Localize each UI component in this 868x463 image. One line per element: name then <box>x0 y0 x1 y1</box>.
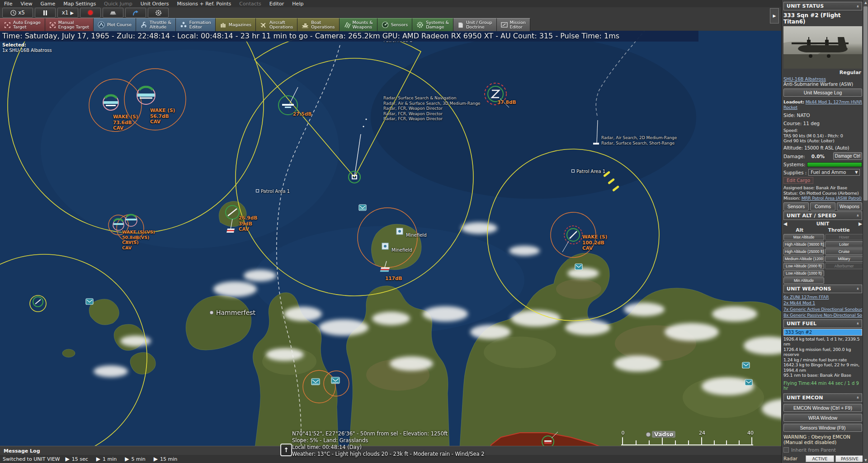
manual-engage-target-button[interactable]: ManualEngage Target <box>45 18 94 31</box>
unit-message-log-button[interactable]: Unit Message Log <box>783 89 862 97</box>
min-altitude-button[interactable]: Min Altitude <box>783 277 824 284</box>
scrollbar-thumb[interactable] <box>863 6 868 201</box>
weapon-link-mk44[interactable]: 2x Mk44 Mod 1 <box>783 300 815 305</box>
throttle-military-button[interactable]: Military <box>825 256 863 262</box>
menu-file[interactable]: File <box>0 1 16 7</box>
gear-icon <box>416 21 424 28</box>
unit-weapons-header[interactable]: UNIT WEAPONS» <box>783 285 862 293</box>
unit-alt-speed-header[interactable]: UNIT ALT / SPEED» <box>783 211 862 220</box>
plot-course-button[interactable]: Plot Course <box>94 18 136 31</box>
patrol-area-label-mid[interactable]: Patrol Area 1 <box>256 189 290 194</box>
supplies-select[interactable]: Fuel and Ammo▼ <box>808 169 860 176</box>
high-altitude-36000-button[interactable]: High Altitude (36000 ft) <box>783 241 824 248</box>
play-speed-button[interactable]: x1▶ <box>57 8 78 18</box>
settings-button[interactable] <box>148 8 169 18</box>
unit-emcon-header[interactable]: UNIT EMCON» <box>783 393 862 402</box>
low-altitude-2000-button[interactable]: Low Altitude (2000 ft) <box>783 263 824 269</box>
advance-1min-button[interactable]: ▶1 min <box>94 456 119 462</box>
advance-15sec-button[interactable]: ▶15 sec <box>63 456 91 462</box>
menu-view[interactable]: View <box>16 1 36 7</box>
auto-engage-target-button[interactable]: Auto EngageTarget <box>0 18 45 31</box>
sidebar-scrollbar[interactable]: ▲ ▼ <box>863 0 868 463</box>
scroll-up-icon[interactable]: ▲ <box>863 0 868 5</box>
wake-contact-label-1: WAKE (S)73.6dBCAV <box>113 114 138 131</box>
recon-window-button[interactable] <box>103 8 123 18</box>
fuel-unit-selector[interactable]: 333 Sqn #2 <box>783 329 862 336</box>
aircraft-icon <box>260 21 267 28</box>
throttle-column-header: Throttle <box>828 227 850 233</box>
menu-bar: File View Game Map Settings Quick Jump U… <box>0 0 781 7</box>
weapon-link-active-sonobuoy[interactable]: 7x Generic Active Directional Sonobuoy <box>783 307 862 312</box>
sensors-button[interactable]: Sensors <box>377 18 413 31</box>
mission-link[interactable]: MRR Patrol Area (ASW Patrol) <box>802 196 862 201</box>
speed-tas: TAS 90 kts (M 0.14) - Pitch: 0 <box>783 133 862 139</box>
medium-altitude-button[interactable]: Medium Altitude (1200 <box>783 256 824 262</box>
scroll-down-icon[interactable]: ▼ <box>863 458 868 463</box>
scope-prev-arrow[interactable]: ◀ <box>783 221 787 226</box>
patrol-area-label-right[interactable]: Patrol Area 1 <box>571 169 605 174</box>
magazines-button[interactable]: Magazines <box>216 18 256 31</box>
mission-editor-button[interactable]: MissionEditor <box>497 18 530 31</box>
scope-next-arrow[interactable]: ▶ <box>859 221 862 226</box>
play-icon: ▶ <box>71 10 74 15</box>
map-orientation-button[interactable]: ↑ <box>280 444 292 456</box>
wra-window-button[interactable]: WRA Window <box>783 414 862 422</box>
expand-icon: ▶ <box>773 14 776 18</box>
unit-fuel-header[interactable]: UNIT FUEL» <box>783 319 862 328</box>
radar-icon <box>382 21 389 28</box>
aircraft-operations-button[interactable]: AircraftOperations <box>256 18 297 31</box>
pause-button[interactable] <box>35 8 56 18</box>
throttle-afterburner-button: Afterburner <box>825 263 863 269</box>
crosshair-manual-icon <box>49 22 56 28</box>
weapon-link-zuni[interactable]: 6x ZUNI 127mm FFAR <box>783 295 829 299</box>
menu-game[interactable]: Game <box>37 1 60 7</box>
unit-status-header[interactable]: UNIT STATUS» <box>783 2 862 10</box>
unit-group-doctrine-button[interactable]: Unit / GroupDoctrine <box>453 18 497 31</box>
radar-emission-list-right: Radar, Air Search, 2D Medium-Range Radar… <box>601 136 677 146</box>
weapons-button-sidebar[interactable]: Weapons <box>837 202 862 210</box>
jump-to-button[interactable] <box>125 8 146 18</box>
advance-5min-button[interactable]: ▶5 min <box>122 456 148 462</box>
mounts-weapons-button[interactable]: Mounts &Weapons <box>340 18 377 31</box>
menu-editor[interactable]: Editor <box>265 1 288 7</box>
tactical-map[interactable]: Patrol Area 1 Patrol Area 1 Patrol Area … <box>0 0 781 463</box>
sidebar-collapse-handle[interactable]: ▶ <box>770 8 779 23</box>
cursor-geo-info: N70°41'52", E27°26'36" - 50nm from sel -… <box>292 430 485 458</box>
menu-unit-orders[interactable]: Unit Orders <box>137 1 173 7</box>
boat-operations-button[interactable]: BoatOperations <box>297 18 339 31</box>
radar-passive-button[interactable]: PASSIVE <box>835 455 864 462</box>
radar-active-button[interactable]: ACTIVE <box>806 455 834 462</box>
selection-value: 1x SHU-16B Albatross <box>2 48 52 53</box>
menu-help[interactable]: Help <box>288 1 307 7</box>
max-altitude-button[interactable]: Max Altitude <box>783 234 824 240</box>
menu-map-settings[interactable]: Map Settings <box>59 1 100 7</box>
advance-15min-button[interactable]: ▶15 min <box>151 456 180 462</box>
unit-class-link[interactable]: SHU-16B Albatross <box>783 77 826 82</box>
minefield-label-1: Minefield <box>406 233 426 238</box>
selection-label: Selected: <box>2 42 52 48</box>
systems-damage-button[interactable]: Systems &Damage <box>412 18 453 31</box>
menu-missions-refpoints[interactable]: Missions + Ref. Points <box>173 1 236 7</box>
low-altitude-1000-button[interactable]: Low Altitude (1000 ft) <box>783 270 824 276</box>
lens-icon <box>109 10 117 15</box>
speed-gnd: Gnd 90 kts (Auto: Loiter) <box>783 138 862 144</box>
record-button[interactable] <box>80 8 101 18</box>
chevron-down-icon: ▼ <box>855 170 858 174</box>
throttle-cruise-button[interactable]: Cruise <box>825 248 863 255</box>
systems-health-bar <box>807 162 862 167</box>
throttle-altitude-button[interactable]: Throttle &Altitude <box>136 18 176 31</box>
high-altitude-25000-button[interactable]: High Altitude (25000 ft) <box>783 248 824 255</box>
damage-ctrl-button[interactable]: Damage Ctrl <box>833 152 862 160</box>
formation-editor-button[interactable]: FormationEditor <box>176 18 216 31</box>
compression-button[interactable]: x5 <box>2 8 33 18</box>
throttle-loiter-button[interactable]: Loiter <box>825 241 863 248</box>
status-text: Switched to UNIT VIEW <box>3 456 60 462</box>
radar-row-label: Radar <box>783 456 804 461</box>
weapon-link-passive-sonobuoy[interactable]: 8x Generic Passive Non-Directional Sonob… <box>783 313 862 318</box>
emcon-window-button[interactable]: EMCON Window (Ctrl + F9) <box>783 404 862 412</box>
time-status-bar: Time: Saturday, July 17, 1965 - Zulu: 22… <box>0 30 698 42</box>
sensors-window-button[interactable]: Sensors Window (F9) <box>783 424 862 432</box>
comms-button[interactable]: Comms <box>810 202 835 210</box>
sensors-button-sidebar[interactable]: Sensors <box>783 202 809 210</box>
record-icon <box>88 10 93 15</box>
